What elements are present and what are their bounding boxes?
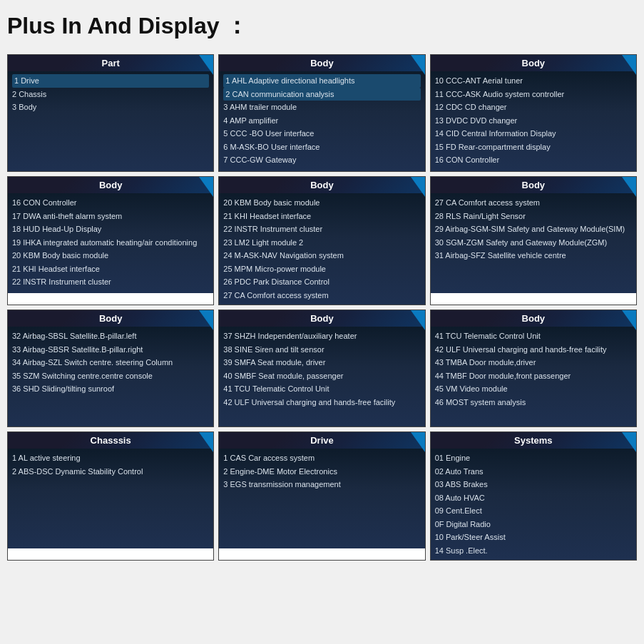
panel-header-7: Body [219, 310, 424, 327]
panel-item[interactable]: 1 CAS Car access system [223, 451, 420, 465]
panel-item[interactable]: 4 AMP amplifier [223, 114, 420, 128]
panel-header-2: Body [431, 55, 636, 71]
panel-body-11: 01 Engine02 Auto Trans03 ABS Brakes08 Au… [431, 449, 636, 560]
panel-item[interactable]: 3 EGS transmission management [223, 478, 420, 491]
panel-item[interactable]: 08 Auto HVAC [435, 491, 632, 505]
panel-item[interactable]: 24 M-ASK-NAV Navigation system [223, 249, 420, 262]
panel-item[interactable]: 7 CCC-GW Gateway [223, 153, 420, 167]
panel-5: Body27 CA Comfort access system28 RLS Ra… [430, 176, 637, 305]
panel-2: Body10 CCC-ANT Aerial tuner11 CCC-ASK Au… [430, 54, 637, 172]
panel-7: Body37 SHZH Independent/auxiliary heater… [218, 310, 425, 427]
panel-item[interactable]: 33 Airbag-SBSR Satellite.B-pillar.right [12, 343, 209, 357]
panel-item[interactable]: 14 CID Central Information Display [435, 127, 632, 140]
panel-item[interactable]: 1 Drive [12, 74, 209, 88]
panel-item[interactable]: 40 SMBF Seat module, passenger [223, 369, 420, 383]
panel-item[interactable]: 27 CA Comfort access system [435, 196, 632, 210]
panel-item[interactable]: 21 KHI Headset interface [223, 210, 420, 223]
panel-body-5: 27 CA Comfort access system28 RLS Rain/L… [431, 193, 636, 293]
panel-item[interactable]: 42 ULF Universal charging and hands-free… [223, 396, 420, 409]
panel-item[interactable]: 16 CON Controller [12, 196, 209, 210]
panel-item[interactable]: 13 DVDC DVD changer [435, 114, 632, 128]
panel-item[interactable]: 39 SMFA Seat module, driver [223, 356, 420, 369]
panel-item[interactable]: 22 INSTR Instrument cluster [12, 275, 209, 289]
panel-6: Body32 Airbag-SBSL Satellite.B-pillar.le… [7, 310, 214, 427]
panel-item[interactable]: 30 SGM-ZGM Safety and Gateway Module(ZGM… [435, 236, 632, 250]
panel-item[interactable]: 2 Chassis [12, 88, 209, 101]
panel-item[interactable]: 16 CON Controller [435, 153, 632, 167]
panel-body-3: 16 CON Controller17 DWA anti-theft alarm… [8, 193, 213, 293]
panel-body-2: 10 CCC-ANT Aerial tuner11 CCC-ASK Audio … [431, 71, 636, 171]
panel-11: Systems01 Engine02 Auto Trans03 ABS Brak… [430, 431, 637, 561]
panel-1: Body1 AHL Adaptive directional headlight… [218, 54, 425, 172]
panel-item[interactable]: 1 AL active steering [12, 451, 209, 465]
panel-item[interactable]: 2 Engine-DME Motor Electronics [223, 465, 420, 479]
panel-body-1: 1 AHL Adaptive directional headlights2 C… [219, 71, 424, 171]
panel-item[interactable]: 11 CCC-ASK Audio system controller [435, 88, 632, 101]
panel-4: Body20 KBM Body basic module21 KHI Heads… [218, 176, 425, 305]
panel-item[interactable]: 36 SHD Sliding/tilting sunroof [12, 382, 209, 396]
panel-header-9: Chasssis [8, 432, 213, 449]
panel-item[interactable]: 6 M-ASK-BO User interface [223, 140, 420, 154]
panel-item[interactable]: 09 Cent.Elect [435, 504, 632, 518]
panel-item[interactable]: 29 Airbag-SGM-SIM Safety and Gateway Mod… [435, 223, 632, 236]
panel-item[interactable]: 5 CCC -BO User interface [223, 127, 420, 140]
panel-item[interactable]: 3 Body [12, 101, 209, 114]
panel-header-3: Body [8, 177, 213, 193]
panel-header-8: Body [431, 310, 636, 327]
panel-item[interactable]: 43 TMBA Door module,driver [435, 356, 632, 369]
panel-item[interactable]: 45 VM Video module [435, 382, 632, 396]
panel-item[interactable]: 20 KBM Body basic module [223, 196, 420, 210]
panel-item[interactable]: 42 ULF Universal charging and hands-free… [435, 343, 632, 357]
panel-item[interactable]: 46 MOST system analysis [435, 396, 632, 409]
panel-item[interactable]: 17 DWA anti-theft alarm system [12, 210, 209, 223]
panel-item[interactable]: 21 KHI Headset interface [12, 262, 209, 276]
panel-body-10: 1 CAS Car access system2 Engine-DME Moto… [219, 449, 424, 548]
panel-item[interactable]: 20 KBM Body basic module [12, 249, 209, 262]
panel-item[interactable]: 34 Airbag-SZL Switch centre. steering Co… [12, 356, 209, 369]
panel-item[interactable]: 26 PDC Park Distance Control [223, 275, 420, 289]
panel-item[interactable]: 28 RLS Rain/Light Sensor [435, 210, 632, 223]
panel-item[interactable]: 18 HUD Head-Up Display [12, 223, 209, 236]
panel-item[interactable]: 2 CAN communication analysis [223, 88, 420, 101]
panel-body-4: 20 KBM Body basic module21 KHI Headset i… [219, 193, 424, 305]
panel-item[interactable]: 03 ABS Brakes [435, 478, 632, 491]
panel-item[interactable]: 10 Park/Steer Assist [435, 531, 632, 544]
panel-item[interactable]: 2 ABS-DSC Dynamic Stability Control [12, 465, 209, 479]
panel-header-5: Body [431, 177, 636, 193]
panel-item[interactable]: 01 Engine [435, 451, 632, 465]
panel-item[interactable]: 44 TMBF Door module,front passenger [435, 369, 632, 383]
panel-item[interactable]: 15 FD Rear-compartment display [435, 140, 632, 154]
panel-item[interactable]: 22 INSTR Instrument cluster [223, 223, 420, 236]
panel-header-0: Part [8, 55, 213, 71]
panel-item[interactable]: 25 MPM Micro-power module [223, 262, 420, 276]
panel-item[interactable]: 32 Airbag-SBSL Satellite.B-pillar.left [12, 329, 209, 343]
panel-header-4: Body [219, 177, 424, 193]
panel-item[interactable]: 23 LM2 Light module 2 [223, 236, 420, 250]
panel-item[interactable]: 0F Digital Radio [435, 518, 632, 531]
panel-0: Part1 Drive2 Chassis3 Body [7, 54, 214, 172]
panel-body-9: 1 AL active steering2 ABS-DSC Dynamic St… [8, 449, 213, 548]
panel-item[interactable]: 19 IHKA integrated automatic heating/air… [12, 236, 209, 250]
panel-header-6: Body [8, 310, 213, 327]
panel-header-10: Drive [219, 432, 424, 449]
panel-item[interactable]: 31 Airbag-SFZ Satellite vehicle centre [435, 249, 632, 262]
panel-item[interactable]: 35 SZM Switching centre.centre console [12, 369, 209, 383]
panel-8: Body41 TCU Telematic Control Unit42 ULF … [430, 310, 637, 427]
panel-item[interactable]: 38 SINE Siren and tilt sensor [223, 343, 420, 357]
panel-body-0: 1 Drive2 Chassis3 Body [8, 71, 213, 171]
panels-grid: Part1 Drive2 Chassis3 BodyBody1 AHL Adap… [7, 54, 637, 561]
panel-body-7: 37 SHZH Independent/auxiliary heater38 S… [219, 327, 424, 426]
panel-item[interactable]: 1 AHL Adaptive directional headlights [223, 74, 420, 88]
panel-item[interactable]: 10 CCC-ANT Aerial tuner [435, 74, 632, 88]
panel-item[interactable]: 02 Auto Trans [435, 465, 632, 479]
panel-item[interactable]: 41 TCU Telematic Control Unit [223, 382, 420, 396]
panel-item[interactable]: 37 SHZH Independent/auxiliary heater [223, 329, 420, 343]
panel-9: Chasssis1 AL active steering2 ABS-DSC Dy… [7, 431, 214, 561]
panel-item[interactable]: 27 CA Comfort access system [223, 289, 420, 302]
panel-10: Drive1 CAS Car access system2 Engine-DME… [218, 431, 425, 561]
panel-item[interactable]: 3 AHM trailer module [223, 101, 420, 114]
panel-item[interactable]: 41 TCU Telematic Control Unit [435, 329, 632, 343]
panel-body-6: 32 Airbag-SBSL Satellite.B-pillar.left33… [8, 327, 213, 426]
panel-item[interactable]: 12 CDC CD changer [435, 101, 632, 114]
panel-item[interactable]: 14 Susp .Elect. [435, 544, 632, 558]
